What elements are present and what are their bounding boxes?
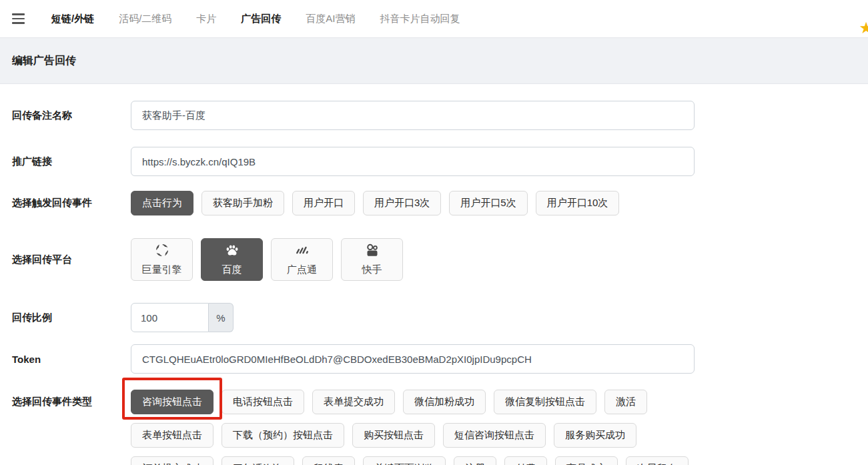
- event-type-chip[interactable]: 短信咨询按钮点击: [443, 423, 546, 448]
- event-type-chip[interactable]: 次日留存: [626, 456, 689, 465]
- form-row-ratio: 回传比例 %: [12, 303, 856, 332]
- event-type-chip[interactable]: 购买按钮点击: [352, 423, 435, 448]
- trigger-option-chip[interactable]: 用户开口: [292, 191, 355, 215]
- event-type-chip[interactable]: 下载（预约）按钮点击: [222, 423, 344, 448]
- event-type-chip[interactable]: 商品成交: [555, 456, 618, 465]
- form-row-event-type: 选择回传事件类型 咨询按钮点击电话按钮点击表单提交成功微信加粉成功微信复制按钮点…: [12, 390, 856, 465]
- event-type-chip[interactable]: 注册: [454, 456, 496, 465]
- event-type-row: 订单提交成功三句话咨询留线索关键页面浏览注册付费商品成交次日留存: [131, 456, 856, 465]
- event-type-chip[interactable]: 订单提交成功: [131, 456, 213, 465]
- platform-card-label: 百度: [222, 264, 242, 276]
- remark-input[interactable]: [131, 101, 695, 130]
- form-row-link: 推广链接: [12, 147, 856, 176]
- event-type-chip[interactable]: 咨询按钮点击: [131, 390, 213, 414]
- trigger-option-chip[interactable]: 用户开口10次: [536, 191, 620, 215]
- edit-callback-form: 回传备注名称 推广链接 选择触发回传事件 点击行为获客助手加粉用户开口用户开口3…: [0, 84, 868, 465]
- trigger-option-chip[interactable]: 点击行为: [131, 191, 193, 215]
- form-row-token: Token: [12, 344, 856, 374]
- ratio-input-group: %: [131, 303, 234, 332]
- event-type-chip[interactable]: 关键页面浏览: [363, 456, 446, 465]
- nav-tab[interactable]: 短链/外链: [51, 13, 94, 25]
- ratio-input[interactable]: [131, 303, 209, 332]
- event-type-label: 选择回传事件类型: [12, 396, 131, 408]
- nav-tab[interactable]: 卡片: [196, 13, 216, 25]
- event-type-row: 表单按钮点击下载（预约）按钮点击购买按钮点击短信咨询按钮点击服务购买成功: [131, 423, 856, 448]
- trigger-event-options: 点击行为获客助手加粉用户开口用户开口3次用户开口5次用户开口10次: [131, 191, 856, 215]
- event-type-options: 咨询按钮点击电话按钮点击表单提交成功微信加粉成功微信复制按钮点击激活表单按钮点击…: [131, 390, 856, 465]
- platform-card[interactable]: 百度: [201, 238, 263, 281]
- form-row-remark: 回传备注名称: [12, 101, 856, 130]
- event-type-chip[interactable]: 留线索: [302, 456, 355, 465]
- page-title: 编辑广告回传: [12, 54, 76, 68]
- promo-link-input[interactable]: [131, 147, 695, 176]
- event-type-chip[interactable]: 微信加粉成功: [403, 390, 486, 414]
- event-type-chip[interactable]: 微信复制按钮点击: [494, 390, 596, 414]
- event-type-row: 咨询按钮点击电话按钮点击表单提交成功微信加粉成功微信复制按钮点击激活: [131, 390, 856, 414]
- token-label: Token: [12, 354, 131, 365]
- event-type-chip[interactable]: 付费: [504, 456, 547, 465]
- form-row-platform: 选择回传平台 巨量引擎百度广点通快手: [12, 238, 856, 281]
- nav-tab[interactable]: 百度AI营销: [306, 13, 355, 25]
- platform-label: 选择回传平台: [12, 254, 131, 266]
- menu-hamburger-icon[interactable]: [12, 12, 25, 25]
- event-type-chip[interactable]: 服务购买成功: [554, 423, 636, 448]
- guangdiantong-icon: [295, 243, 310, 260]
- percent-addon: %: [209, 303, 234, 332]
- promo-link-label: 推广链接: [12, 155, 131, 168]
- platform-card[interactable]: 巨量引擎: [131, 238, 193, 281]
- platform-card-label: 快手: [362, 264, 382, 276]
- event-type-chip[interactable]: 表单按钮点击: [131, 423, 213, 448]
- event-type-chip[interactable]: 激活: [604, 390, 647, 414]
- remark-label: 回传备注名称: [12, 109, 131, 122]
- kuaishou-icon: [365, 243, 380, 260]
- platform-options: 巨量引擎百度广点通快手: [131, 238, 856, 281]
- trigger-option-chip[interactable]: 用户开口3次: [363, 191, 441, 215]
- nav-tab[interactable]: 广告回传: [241, 13, 281, 25]
- event-type-chip[interactable]: 三句话咨询: [222, 456, 294, 465]
- oceanengine-icon: [155, 243, 169, 260]
- nav-tab[interactable]: 活码/二维码: [119, 13, 171, 25]
- platform-card-label: 广点通: [287, 264, 317, 276]
- ratio-label: 回传比例: [12, 312, 131, 324]
- platform-card[interactable]: 广点通: [271, 238, 333, 281]
- trigger-option-chip[interactable]: 获客助手加粉: [201, 191, 284, 215]
- token-input[interactable]: [131, 344, 695, 374]
- top-nav: 短链/外链活码/二维码卡片广告回传百度AI营销抖音卡片自动回复 ★: [0, 0, 868, 37]
- nav-tabs: 短链/外链活码/二维码卡片广告回传百度AI营销抖音卡片自动回复: [51, 13, 460, 25]
- highlight-annotation-box: [122, 378, 222, 420]
- trigger-option-chip[interactable]: 用户开口5次: [449, 191, 527, 215]
- vip-star-icon: ★: [859, 20, 868, 36]
- trigger-event-label: 选择触发回传事件: [12, 197, 131, 209]
- nav-tab[interactable]: 抖音卡片自动回复: [380, 13, 460, 25]
- platform-card[interactable]: 快手: [341, 238, 403, 281]
- event-type-chip[interactable]: 电话按钮点击: [222, 390, 304, 414]
- page-header: 编辑广告回传: [0, 37, 868, 84]
- baidu-paw-icon: [225, 243, 240, 260]
- form-row-trigger-event: 选择触发回传事件 点击行为获客助手加粉用户开口用户开口3次用户开口5次用户开口1…: [12, 191, 856, 215]
- event-type-chip[interactable]: 表单提交成功: [312, 390, 395, 414]
- platform-card-label: 巨量引擎: [142, 264, 182, 276]
